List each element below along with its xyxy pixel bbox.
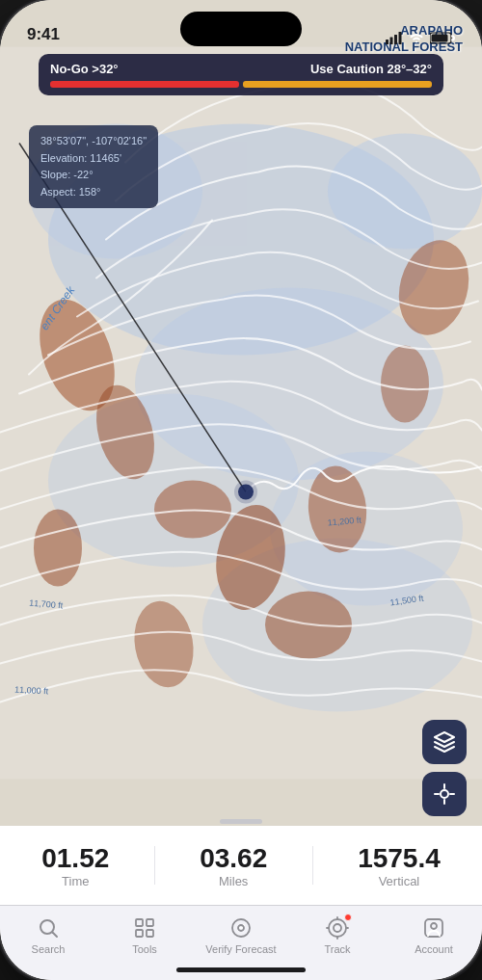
tab-track[interactable]: Track (299, 915, 376, 955)
info-elevation: Elevation: 11465' (40, 150, 147, 168)
svg-text:11,000 ft: 11,000 ft (14, 685, 49, 697)
svg-point-14 (381, 346, 429, 423)
svg-rect-31 (432, 35, 448, 42)
location-button[interactable] (422, 772, 467, 816)
verify-tab-icon (228, 915, 254, 940)
no-go-label: No-Go >32° (50, 62, 119, 76)
stat-time: 01.52 Time (41, 843, 109, 888)
tab-account-label: Account (415, 943, 453, 955)
stat-divider-2 (312, 846, 313, 885)
layers-button[interactable]: path{fill:none;stroke:#fff;stroke-width:… (422, 720, 467, 764)
status-icons (386, 32, 455, 44)
svg-point-52 (431, 923, 437, 929)
tab-verify-label: Verify Forecast (205, 943, 276, 955)
map-area[interactable]: 11,200 ft 11,500 ft 11,700 ft 11,000 ft … (0, 0, 482, 826)
track-dot-badge (344, 914, 352, 921)
warning-banner: No-Go >32° Use Caution 28°–32° (39, 54, 443, 95)
stats-bar: 01.52 Time 03.62 Miles 1575.4 Vertical (0, 826, 482, 905)
tab-verify[interactable]: Verify Forecast (202, 915, 280, 955)
tab-search-label: Search (32, 943, 66, 955)
tab-track-label: Track (324, 943, 350, 955)
svg-point-5 (328, 134, 482, 250)
svg-rect-40 (147, 919, 153, 926)
use-caution-label: Use Caution 28°–32° (310, 62, 432, 76)
tools-tab-icon (132, 915, 157, 940)
phone-screen: 11,200 ft 11,500 ft 11,700 ft 11,000 ft … (0, 0, 482, 980)
svg-point-45 (329, 919, 346, 937)
tab-account[interactable]: Account (395, 915, 472, 955)
phone-frame: 11,200 ft 11,500 ft 11,700 ft 11,000 ft … (0, 0, 482, 980)
svg-rect-42 (147, 930, 153, 937)
battery-icon (430, 32, 455, 44)
warning-labels: No-Go >32° Use Caution 28°–32° (50, 62, 432, 76)
topographic-map: 11,200 ft 11,500 ft 11,700 ft 11,000 ft … (0, 0, 482, 826)
svg-rect-39 (136, 919, 143, 926)
stat-divider-1 (154, 846, 155, 885)
svg-rect-41 (136, 930, 143, 937)
status-time: 9:41 (27, 25, 60, 44)
svg-point-25 (234, 481, 257, 504)
svg-point-10 (154, 481, 231, 539)
signal-icon (386, 32, 403, 44)
no-go-bar (50, 81, 239, 88)
stat-vertical: 1575.4 Vertical (358, 843, 441, 888)
caution-bar (243, 81, 432, 88)
svg-point-46 (334, 924, 341, 932)
svg-rect-27 (390, 38, 393, 45)
stat-time-label: Time (62, 874, 89, 888)
info-coordinates: 38°53'07", -107°02'16" (40, 133, 147, 150)
search-tab-icon (36, 915, 61, 940)
home-indicator (176, 967, 306, 972)
stat-miles-label: Miles (219, 874, 248, 888)
svg-rect-28 (394, 35, 397, 44)
location-icon (433, 782, 456, 806)
stat-miles-value: 03.62 (200, 843, 267, 874)
wifi-icon (409, 32, 424, 44)
stat-vertical-label: Vertical (379, 874, 420, 888)
layers-icon: path{fill:none;stroke:#fff;stroke-width:… (433, 730, 456, 754)
dynamic-island (180, 12, 302, 46)
tab-search[interactable]: Search (10, 915, 87, 955)
svg-point-32 (441, 790, 448, 798)
warning-bars (50, 81, 432, 88)
stat-time-value: 01.52 (41, 843, 109, 874)
map-controls: path{fill:none;stroke:#fff;stroke-width:… (422, 720, 467, 816)
svg-rect-29 (399, 32, 402, 44)
info-popup[interactable]: 38°53'07", -107°02'16" Elevation: 11465'… (29, 125, 158, 208)
pull-indicator (220, 819, 262, 824)
info-aspect: Aspect: 158° (40, 184, 147, 201)
info-slope: Slope: -22° (40, 167, 147, 184)
stat-vertical-value: 1575.4 (358, 843, 441, 874)
svg-line-38 (53, 933, 58, 938)
tab-tools[interactable]: Tools (106, 915, 183, 955)
stat-miles: 03.62 Miles (200, 843, 267, 888)
tab-tools-label: Tools (132, 943, 157, 955)
account-tab-icon (421, 915, 446, 940)
svg-rect-26 (386, 40, 388, 44)
track-badge (325, 915, 350, 940)
